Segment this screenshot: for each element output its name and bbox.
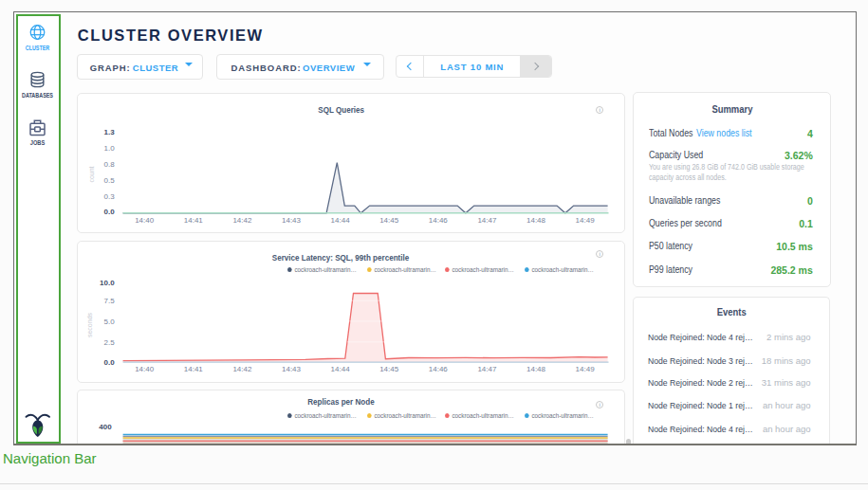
svg-text:14:46: 14:46 — [429, 365, 449, 373]
svg-text:14:41: 14:41 — [184, 365, 204, 373]
svg-text:14:47: 14:47 — [478, 365, 498, 373]
svg-text:0.5: 0.5 — [104, 176, 116, 185]
svg-text:0.0: 0.0 — [104, 357, 116, 366]
svg-text:400: 400 — [99, 423, 112, 431]
svg-text:0.3: 0.3 — [104, 192, 116, 201]
svg-text:14:45: 14:45 — [379, 216, 399, 225]
svg-text:0.8: 0.8 — [104, 160, 116, 169]
svg-text:14:45: 14:45 — [379, 365, 399, 373]
svg-text:14:42: 14:42 — [233, 365, 253, 373]
svg-text:14:43: 14:43 — [282, 365, 302, 373]
svg-text:14:48: 14:48 — [526, 216, 546, 225]
svg-text:10.0: 10.0 — [100, 278, 115, 286]
svg-text:2.5: 2.5 — [104, 337, 116, 346]
svg-text:0.0: 0.0 — [104, 208, 116, 216]
svg-text:14:42: 14:42 — [233, 216, 253, 225]
svg-text:14:44: 14:44 — [331, 365, 351, 373]
svg-text:seconds: seconds — [86, 312, 93, 337]
svg-text:14:47: 14:47 — [478, 216, 498, 225]
svg-text:7.5: 7.5 — [104, 297, 116, 305]
svg-text:JOBS: JOBS — [30, 139, 46, 146]
svg-text:14:49: 14:49 — [576, 365, 596, 373]
svg-text:14:49: 14:49 — [576, 216, 596, 225]
svg-text:14:44: 14:44 — [331, 216, 351, 225]
svg-text:14:41: 14:41 — [184, 216, 204, 225]
svg-text:DATABASES: DATABASES — [22, 92, 53, 99]
svg-text:14:46: 14:46 — [429, 216, 449, 225]
svg-text:CLUSTER: CLUSTER — [26, 45, 50, 51]
svg-text:5.0: 5.0 — [104, 317, 116, 325]
svg-text:1.0: 1.0 — [104, 144, 116, 153]
svg-text:count: count — [88, 167, 95, 183]
svg-text:14:43: 14:43 — [282, 216, 302, 225]
svg-text:14:40: 14:40 — [135, 365, 155, 373]
svg-text:1.3: 1.3 — [104, 128, 116, 136]
svg-text:14:40: 14:40 — [135, 216, 155, 225]
svg-text:14:48: 14:48 — [526, 365, 546, 373]
